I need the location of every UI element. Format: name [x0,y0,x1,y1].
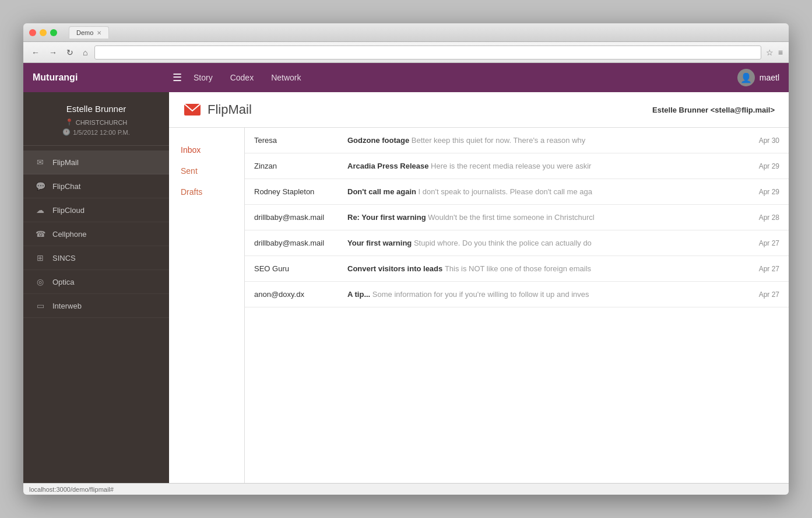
sidebar-item-flipcloud[interactable]: ☁ FlipCloud [23,198,169,222]
email-sender: anon@doxy.dx [254,290,347,299]
nav-item-codex[interactable]: Codex [230,71,254,85]
email-sender: drillbaby@mask.mail [254,239,347,247]
menu-icon[interactable]: ≡ [778,48,783,57]
browser-tab[interactable]: Demo ✕ [69,26,109,38]
browser-titlebar: Demo ✕ [23,23,789,42]
email-layout: Inbox Sent Drafts TeresaGodzone footage … [169,128,789,483]
flipmail-icon [183,100,202,119]
email-subject: Re: Your first warning [347,213,428,222]
email-subject-preview: A tip... Some information for you if you… [347,290,744,299]
sidebar: Estelle Brunner 📍 CHRISTCHURCH 🕐 1/5/201… [23,92,169,483]
hamburger-icon[interactable]: ☰ [173,71,182,84]
email-date: Apr 27 [744,239,779,247]
user-menu[interactable]: 👤 maetl [737,69,779,86]
email-preview: Some information for you if you're willi… [372,290,589,299]
mail-nav-icon: ✉ [35,158,45,167]
email-subject: A tip... [347,290,372,299]
email-row[interactable]: ZinzanArcadia Press Release Here is the … [245,153,789,179]
email-subject-preview: Arcadia Press Release Here is the recent… [347,162,744,170]
email-sender: Rodney Stapleton [254,187,347,196]
avatar: 👤 [737,69,755,86]
sidebar-item-sincs[interactable]: ⊞ SINCS [23,246,169,270]
email-date: Apr 29 [744,162,779,170]
nav-item-network[interactable]: Network [271,71,301,85]
monitor-nav-icon: ▭ [35,301,45,310]
email-subject: Don't call me again [347,187,419,196]
sidebar-item-flipchat[interactable]: 💬 FlipChat [23,174,169,198]
forward-button[interactable]: → [47,47,59,58]
email-subject: Godzone footage [347,136,412,145]
phone-nav-icon: ☎ [35,229,45,239]
status-bar: localhost:3000/demo/flipmail# [23,483,789,495]
email-preview: Better keep this quiet for now. There's … [412,136,586,145]
refresh-button[interactable]: ↻ [64,47,76,58]
email-row[interactable]: TeresaGodzone footage Better keep this q… [245,128,789,153]
email-row[interactable]: SEO GuruConvert visitors into leads This… [245,256,789,282]
maximize-button[interactable] [50,29,57,36]
back-button[interactable]: ← [29,47,42,58]
browser-nav: ← → ↻ ⌂ localhost:3000/demo/flipmail ☆ ≡ [23,42,789,63]
content-area: FlipMail Estelle Brunner <stella@flip.ma… [169,92,789,483]
sidebar-item-interweb[interactable]: ▭ Interweb [23,294,169,318]
nav-right-controls: ☆ ≡ [766,48,783,57]
flipmail-logo: FlipMail [183,100,252,119]
chat-nav-icon: 💬 [35,181,45,191]
email-preview: Stupid whore. Do you think the police ca… [414,239,592,247]
sidebar-item-optica[interactable]: ◎ Optica [23,270,169,294]
clock-icon: 🕐 [62,128,71,136]
folder-drafts[interactable]: Drafts [169,181,244,202]
email-subject-preview: Godzone footage Better keep this quiet f… [347,136,744,145]
top-nav: Muturangi ☰ Story Codex Network 👤 maetl [23,63,789,92]
email-row[interactable]: drillbaby@mask.mailRe: Your first warnin… [245,205,789,230]
flipmail-header: FlipMail Estelle Brunner <stella@flip.ma… [169,92,789,128]
email-folder-list: Inbox Sent Drafts [169,128,245,483]
email-subject-preview: Convert visitors into leads This is NOT … [347,264,744,273]
eye-nav-icon: ◎ [35,277,45,286]
email-preview: This is NOT like one of those foreign em… [445,264,591,273]
email-subject-preview: Your first warning Stupid whore. Do you … [347,239,744,247]
cloud-nav-icon: ☁ [35,205,45,215]
sidebar-item-cellphone[interactable]: ☎ Cellphone [23,222,169,246]
folder-sent[interactable]: Sent [169,160,244,181]
close-button[interactable] [29,29,36,36]
address-bar[interactable]: localhost:3000/demo/flipmail [94,46,761,60]
email-sender: Zinzan [254,162,347,170]
profile-name: Estelle Brunner [33,104,160,114]
email-subject: Convert visitors into leads [347,264,445,273]
folder-inbox[interactable]: Inbox [169,139,244,160]
email-preview: Wouldn't be the first time someone in Ch… [428,213,594,222]
email-row[interactable]: drillbaby@mask.mailYour first warning St… [245,230,789,256]
location-icon: 📍 [65,118,73,126]
top-nav-items: Story Codex Network [194,71,737,85]
email-subject: Your first warning [347,239,414,247]
profile-location: 📍 CHRISTCHURCH [33,118,160,126]
email-row[interactable]: Rodney StapletonDon't call me again I do… [245,179,789,205]
sidebar-nav: ✉ FlipMail 💬 FlipChat ☁ FlipCloud ☎ Cell… [23,146,169,483]
puzzle-nav-icon: ⊞ [35,253,45,262]
email-date: Apr 27 [744,290,779,299]
email-subject-preview: Re: Your first warning Wouldn't be the f… [347,213,744,222]
profile-time: 🕐 1/5/2012 12:00 P.M. [33,128,160,136]
email-date: Apr 29 [744,188,779,196]
sidebar-profile: Estelle Brunner 📍 CHRISTCHURCH 🕐 1/5/201… [23,92,169,146]
user-name: maetl [760,73,779,82]
email-sender: SEO Guru [254,264,347,273]
bookmark-icon[interactable]: ☆ [766,48,774,57]
email-preview: I don't speak to journalists. Please don… [419,187,592,196]
app: Muturangi ☰ Story Codex Network 👤 maetl … [23,63,789,495]
home-button[interactable]: ⌂ [80,47,90,58]
email-subject: Arcadia Press Release [347,162,431,170]
email-row[interactable]: anon@doxy.dxA tip... Some information fo… [245,282,789,307]
email-date: Apr 27 [744,265,779,273]
tab-close-icon[interactable]: ✕ [97,30,101,36]
brand-name: Muturangi [33,72,173,83]
email-subject-preview: Don't call me again I don't speak to jou… [347,187,744,196]
email-sender: drillbaby@mask.mail [254,213,347,222]
email-date: Apr 30 [744,136,779,145]
nav-item-story[interactable]: Story [194,71,213,85]
minimize-button[interactable] [40,29,47,36]
main-content: Estelle Brunner 📍 CHRISTCHURCH 🕐 1/5/201… [23,92,789,483]
tab-title: Demo [76,29,93,36]
sidebar-item-flipmail[interactable]: ✉ FlipMail [23,150,169,174]
email-preview: Here is the recent media release you wer… [431,162,591,170]
